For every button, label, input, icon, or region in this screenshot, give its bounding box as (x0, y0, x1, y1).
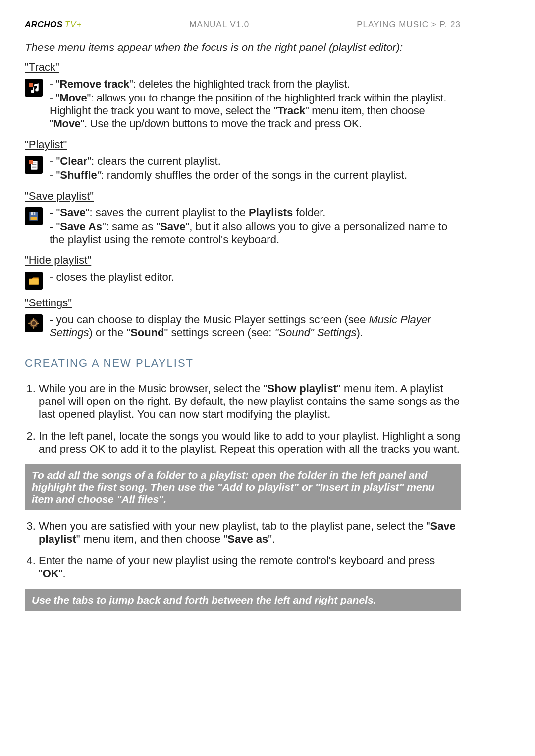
section-save-label: "Save playlist" (25, 190, 461, 202)
section-settings-label: "Settings" (25, 297, 461, 309)
steps-list-continued: When you are satisfied with your new pla… (25, 520, 461, 580)
svg-rect-15 (33, 327, 34, 329)
svg-rect-9 (33, 212, 34, 214)
playlist-clear-line: - "Clear": clears the current playlist. (50, 155, 407, 168)
breadcrumb: PLAYING MUSIC > P. 23 (357, 20, 461, 30)
svg-rect-5 (32, 167, 37, 168)
hide-line: - closes the playlist editor. (50, 271, 174, 284)
section-hide-label: "Hide playlist" (25, 254, 461, 267)
svg-rect-14 (33, 318, 34, 320)
brand-suffix: TV+ (65, 20, 82, 30)
gear-icon (25, 314, 43, 332)
page-header: ARCHOS TV+ MANUAL V1.0 PLAYING MUSIC > P… (25, 20, 461, 32)
steps-list: While you are in the Music browser, sele… (25, 382, 461, 455)
svg-rect-16 (28, 323, 30, 324)
save-line: - "Save": saves the current playlist to … (50, 206, 461, 219)
step-3: When you are satisfied with your new pla… (39, 520, 461, 546)
track-move-line: - "Move": allows you to change the posit… (50, 92, 461, 130)
floppy-icon (25, 207, 43, 225)
playlist-shuffle-line: - "Shuffle": randomly shuffles the order… (50, 169, 407, 182)
section-track: - "Remove track": deletes the highlighte… (25, 77, 461, 131)
tip-box-2: Use the tabs to jump back and forth betw… (25, 589, 461, 611)
section-playlist: - "Clear": clears the current playlist. … (25, 154, 461, 183)
svg-rect-11 (29, 279, 39, 285)
section-settings: - you can choose to display the Music Pl… (25, 312, 461, 340)
svg-rect-6 (29, 160, 33, 164)
track-remove-line: - "Remove track": deletes the highlighte… (50, 78, 461, 91)
subheading-create-playlist: CREATING A NEW PLAYLIST (25, 357, 461, 372)
brand: ARCHOS TV+ (25, 20, 82, 30)
intro-text: These menu items appear when the focus i… (25, 41, 461, 54)
folder-icon (25, 272, 43, 290)
svg-rect-17 (37, 323, 39, 324)
section-track-label: "Track" (25, 61, 461, 74)
music-note-icon (25, 79, 43, 97)
svg-rect-0 (29, 83, 33, 87)
playlist-page-icon (25, 156, 43, 174)
manual-version: MANUAL V1.0 (189, 20, 249, 30)
section-hide: - closes the playlist editor. (25, 270, 461, 290)
step-1: While you are in the Music browser, sele… (39, 382, 461, 421)
step-2: In the left panel, locate the songs you … (39, 430, 461, 455)
section-save: - "Save": saves the current playlist to … (25, 205, 461, 247)
tip-box-1: To add all the songs of a folder to a pl… (25, 464, 461, 510)
brand-logo: ARCHOS (25, 20, 63, 30)
svg-rect-8 (31, 212, 36, 215)
settings-line: - you can choose to display the Music Pl… (50, 313, 461, 339)
svg-rect-3 (32, 164, 37, 165)
svg-rect-4 (32, 166, 37, 166)
svg-rect-10 (31, 217, 37, 220)
saveas-line: - "Save As": same as "Save", but it also… (50, 220, 461, 246)
step-4: Enter the name of your new playlist usin… (39, 554, 461, 580)
section-playlist-label: "Playlist" (25, 138, 461, 151)
